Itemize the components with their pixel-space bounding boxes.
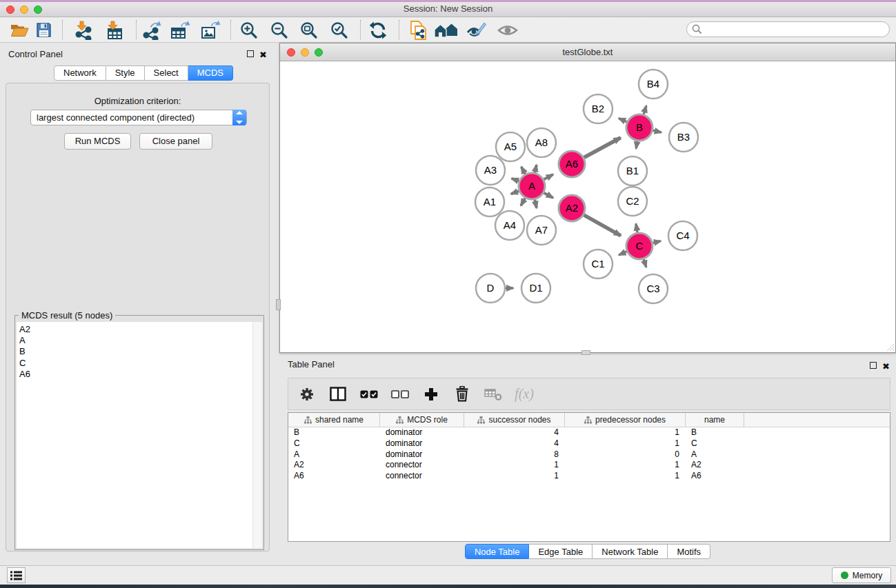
table-cell[interactable]: connector xyxy=(380,460,464,471)
mcds-result-item[interactable]: A2 xyxy=(19,324,252,335)
graph-node-A3[interactable]: A3 xyxy=(476,156,505,185)
tab-node-table[interactable]: Node Table xyxy=(465,544,530,559)
graph-node-C2[interactable]: C2 xyxy=(618,187,647,216)
save-session-icon[interactable] xyxy=(31,19,56,41)
delete-columns-trash-icon[interactable] xyxy=(452,386,472,402)
network-window-titlebar[interactable]: testGlobe.txt xyxy=(280,43,895,61)
add-column-icon[interactable] xyxy=(421,387,441,401)
function-builder-icon[interactable]: f(x) xyxy=(514,386,535,402)
resize-grip-icon[interactable] xyxy=(886,343,895,352)
table-cell[interactable]: A6 xyxy=(686,471,744,482)
graph-node-D1[interactable]: D1 xyxy=(521,274,550,303)
panel-collapse-handle[interactable] xyxy=(276,299,281,310)
graph-node-C1[interactable]: C1 xyxy=(584,250,613,278)
zoom-out-icon[interactable] xyxy=(267,19,292,41)
run-mcds-button[interactable]: Run MCDS xyxy=(64,133,131,150)
mcds-result-item[interactable]: A6 xyxy=(19,369,252,380)
graph-node-A2[interactable]: A2 xyxy=(559,195,585,221)
graph-edge-A-A1[interactable] xyxy=(511,191,519,194)
table-cell[interactable]: 1 xyxy=(464,471,565,482)
table-settings-gear-icon[interactable] xyxy=(297,387,317,402)
tab-network[interactable]: Network xyxy=(54,65,106,81)
node-attribute-table[interactable]: shared nameMCDS rolesuccessor nodesprede… xyxy=(288,412,890,542)
graph-node-B3[interactable]: B3 xyxy=(669,123,698,152)
table-cell[interactable]: 8 xyxy=(464,449,565,460)
graph-node-C4[interactable]: C4 xyxy=(668,221,697,250)
graph-node-A4[interactable]: A4 xyxy=(495,211,524,240)
table-cell[interactable]: 1 xyxy=(565,438,686,449)
first-neighbors-icon[interactable] xyxy=(434,19,459,41)
import-table-icon[interactable] xyxy=(102,19,127,41)
graph-node-C3[interactable]: C3 xyxy=(639,274,668,303)
tab-select[interactable]: Select xyxy=(145,65,188,81)
tab-mcds[interactable]: MCDS xyxy=(188,65,233,81)
graph-node-B1[interactable]: B1 xyxy=(618,156,647,185)
column-header-successor-nodes[interactable]: successor nodes xyxy=(464,413,565,427)
table-float-button[interactable] xyxy=(870,362,877,369)
graph-edge-B-B1[interactable] xyxy=(636,141,637,149)
graph-node-B2[interactable]: B2 xyxy=(584,94,613,123)
network-canvas[interactable]: B4B2BB3A8A5A6A3B1AC2A1A2A4A7C4CC1DD1C3 xyxy=(281,62,895,352)
graph-edge-A-A2[interactable] xyxy=(544,193,553,198)
show-all-icon[interactable] xyxy=(495,19,520,41)
table-cell[interactable]: A2 xyxy=(686,460,744,471)
tab-motifs[interactable]: Motifs xyxy=(668,544,710,559)
table-row[interactable]: A6connector11A6 xyxy=(288,471,890,482)
zoom-fit-icon[interactable] xyxy=(297,19,321,41)
close-panel-button[interactable]: Close panel xyxy=(139,133,212,150)
graph-edge-A-A5[interactable] xyxy=(521,167,526,174)
table-row[interactable]: Bdominator41B xyxy=(288,427,890,438)
table-cell[interactable]: A2 xyxy=(288,460,380,471)
graph-edge-A-A7[interactable] xyxy=(535,200,537,208)
unselect-all-checkboxes-icon[interactable] xyxy=(390,390,410,398)
graph-edge-A-A3[interactable] xyxy=(512,179,519,181)
table-close-icon[interactable]: ✖ xyxy=(882,363,890,370)
graph-edge-C-C3[interactable] xyxy=(644,259,646,267)
table-cell[interactable]: dominator xyxy=(380,427,464,438)
graph-node-A5[interactable]: A5 xyxy=(496,132,525,161)
table-cell[interactable]: 0 xyxy=(565,449,686,460)
table-cell[interactable]: A xyxy=(686,449,744,460)
table-cell[interactable]: 4 xyxy=(464,438,565,449)
graph-node-D[interactable]: D xyxy=(476,274,505,303)
table-cell[interactable]: dominator xyxy=(380,438,464,449)
graph-edge-C-C2[interactable] xyxy=(636,224,637,233)
mcds-result-list[interactable]: A2ABCA6 xyxy=(17,322,252,548)
graph-edge-B-B3[interactable] xyxy=(653,130,661,132)
column-header-name[interactable]: name xyxy=(686,413,744,427)
column-header-predecessor-nodes[interactable]: predecessor nodes xyxy=(565,413,686,427)
table-cell[interactable]: connector xyxy=(380,471,464,482)
zoom-selected-icon[interactable] xyxy=(327,19,352,41)
memory-button[interactable]: Memory xyxy=(832,567,891,583)
mcds-result-item[interactable]: B xyxy=(19,346,252,357)
graph-edge-A-A6[interactable] xyxy=(544,174,553,179)
table-cell[interactable]: A xyxy=(288,449,380,460)
search-input[interactable] xyxy=(686,21,890,37)
table-cell[interactable]: 1 xyxy=(565,460,686,471)
table-cell[interactable]: 1 xyxy=(565,471,686,482)
table-cell[interactable]: B xyxy=(686,427,744,438)
split-columns-icon[interactable] xyxy=(328,387,348,401)
select-all-checkboxes-icon[interactable] xyxy=(359,390,379,398)
criterion-dropdown[interactable]: largest connected component (directed) xyxy=(30,110,247,125)
graph-node-B4[interactable]: B4 xyxy=(639,70,668,99)
table-cell[interactable]: B xyxy=(288,427,380,438)
graph-edge-B-B4[interactable] xyxy=(644,105,646,114)
table-row[interactable]: Adominator80A xyxy=(288,449,890,460)
export-image-icon[interactable] xyxy=(198,19,223,41)
mcds-result-scrollbar[interactable] xyxy=(252,322,262,548)
import-network-icon[interactable] xyxy=(71,19,96,41)
graph-edge-C-C1[interactable] xyxy=(619,252,626,255)
graph-edge-A2-C[interactable] xyxy=(584,215,621,236)
table-cell[interactable]: C xyxy=(288,438,380,449)
table-cell[interactable]: dominator xyxy=(380,449,464,460)
mcds-result-item[interactable]: C xyxy=(19,358,252,369)
graph-node-A1[interactable]: A1 xyxy=(475,187,504,216)
graph-node-A6[interactable]: A6 xyxy=(559,151,585,177)
float-panel-button[interactable] xyxy=(247,50,254,57)
close-panel-icon[interactable]: ✖ xyxy=(259,52,267,59)
graph-edge-A6-B[interactable] xyxy=(584,138,621,158)
table-cell[interactable]: C xyxy=(686,438,744,449)
duplicate-network-icon[interactable] xyxy=(406,19,431,41)
graph-edge-A-A8[interactable] xyxy=(535,165,537,172)
